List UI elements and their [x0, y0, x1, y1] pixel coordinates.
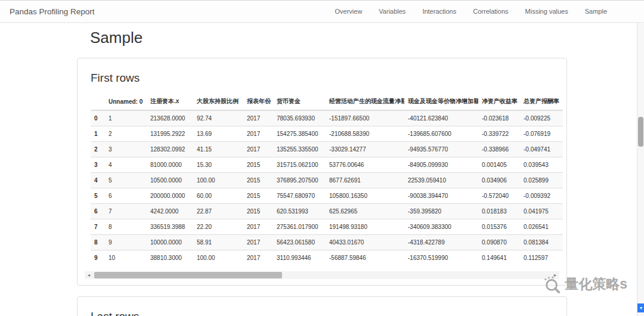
- table-cell: 2015: [243, 188, 273, 204]
- table-cell: 0: [559, 173, 563, 188]
- table-cell: 92.74: [193, 110, 243, 126]
- table-cell: 0.025899: [520, 173, 559, 188]
- table-row: 8910000.000058.91201756423.06158040433.0…: [91, 235, 563, 250]
- table-cell: -0.076919: [520, 126, 559, 142]
- row-index: 8: [91, 235, 105, 250]
- table-cell: 2017: [243, 142, 273, 157]
- vertical-scrollbar-thumb[interactable]: [638, 117, 643, 147]
- column-header: 报表年份: [243, 93, 273, 110]
- table-cell: 2015: [243, 173, 273, 188]
- navbar-brand[interactable]: Pandas Profiling Report: [10, 7, 95, 16]
- table-cell: 10: [105, 250, 147, 266]
- table-cell: 38810.3000: [147, 250, 193, 266]
- table-cell: 0: [559, 126, 563, 142]
- table-cell: -340609.383300: [404, 219, 478, 235]
- table-cell: 1: [105, 110, 147, 126]
- table-row: 91038810.3000100.0020173110.993446-56887…: [91, 250, 563, 266]
- table-row: 01213628.000092.74201778035.693930-15189…: [91, 110, 563, 126]
- table-cell: 22.87: [193, 204, 243, 219]
- first-rows-table: Unnamed: 0注册资本.x大股东持股比例报表年份货币资金经营活动产生的现金…: [91, 93, 563, 265]
- table-cell: 100.00: [193, 250, 243, 266]
- table-cell: -0.009225: [520, 110, 559, 126]
- horizontal-scrollbar-thumb[interactable]: [94, 272, 282, 278]
- scroll-down-icon[interactable]: ▼: [637, 303, 644, 312]
- table-cell: 41.15: [193, 142, 243, 157]
- table-cell: -56887.59846: [326, 250, 404, 266]
- horizontal-scrollbar-track[interactable]: [93, 271, 551, 279]
- nav-item-variables[interactable]: Variables: [370, 8, 414, 15]
- table-cell: 81000.0000: [147, 157, 193, 173]
- table-cell: 2017: [243, 250, 273, 266]
- nav-item-interactions[interactable]: Interactions: [414, 8, 465, 15]
- table-row: 12131995.292213.692017154275.385400-2106…: [91, 126, 563, 142]
- table-cell: 58.91: [193, 235, 243, 250]
- scroll-left-icon[interactable]: ◄: [85, 271, 93, 279]
- column-header: 净资产收益率: [478, 93, 520, 110]
- table-cell: 620.531993: [273, 204, 326, 219]
- table-cell: 40433.01670: [326, 235, 404, 250]
- table-cell: -0.049741: [520, 142, 559, 157]
- table-cell: 15.30: [193, 157, 243, 173]
- table-cell: -40121.623840: [404, 110, 478, 126]
- table-cell: 154275.385400: [273, 126, 326, 142]
- first-rows-card: First rows Unnamed: 0注册资本.x大股东持股比例报表年份货币…: [77, 58, 567, 286]
- table-cell: -16370.519990: [404, 250, 478, 266]
- row-index: 2: [91, 142, 105, 157]
- watermark-text: 量化策略s: [565, 275, 627, 293]
- table-cell: 0.081384: [520, 235, 559, 250]
- table-cell: 0.015376: [478, 219, 520, 235]
- table-cell: 0: [559, 157, 563, 173]
- nav-item-correlations[interactable]: Correlations: [465, 8, 516, 15]
- row-index: 7: [91, 219, 105, 235]
- nav-item-sample[interactable]: Sample: [577, 8, 615, 15]
- table-cell: 0.041975: [520, 204, 559, 219]
- page-title: Sample: [77, 29, 567, 47]
- table-cell: 8677.62691: [326, 173, 404, 188]
- column-header: 经营活动产生的现金流量净额: [326, 93, 404, 110]
- table-cell: 10000.0000: [147, 235, 193, 250]
- column-header: 资: [559, 93, 563, 110]
- table-cell: 13.69: [193, 126, 243, 142]
- table-cell: 2017: [243, 219, 273, 235]
- table-cell: 22.20: [193, 219, 243, 235]
- table-cell: 0.018183: [478, 204, 520, 219]
- table-cell: -94935.576770: [404, 142, 478, 157]
- table-cell: 6: [105, 188, 147, 204]
- column-header: 现金及现金等价物净增加额: [404, 93, 478, 110]
- nav-item-overview[interactable]: Overview: [326, 8, 370, 15]
- table-cell: 0.039543: [520, 157, 559, 173]
- table-cell: -84905.099930: [404, 157, 478, 173]
- table-cell: -0.339722: [478, 126, 520, 142]
- table-cell: 8: [105, 219, 147, 235]
- table-cell: 2: [105, 126, 147, 142]
- nav-item-missing-values[interactable]: Missing values: [517, 8, 577, 15]
- table-header-row: Unnamed: 0注册资本.x大股东持股比例报表年份货币资金经营活动产生的现金…: [91, 93, 563, 110]
- column-header: 货币资金: [273, 93, 326, 110]
- table-cell: 0: [559, 219, 563, 235]
- table-cell: 128302.0992: [147, 142, 193, 157]
- last-rows-title: Last rows: [91, 310, 561, 316]
- table-cell: -151897.66500: [326, 110, 404, 126]
- column-header: 注册资本.x: [147, 93, 193, 110]
- table-cell: 625.62965: [326, 204, 404, 219]
- row-index: 9: [91, 250, 105, 266]
- table-cell: 0.149641: [478, 250, 520, 266]
- table-cell: 135255.335500: [273, 142, 326, 157]
- vertical-scrollbar[interactable]: ▼: [637, 23, 644, 316]
- table-cell: 200000.0000: [147, 188, 193, 204]
- table-cell: 131995.2922: [147, 126, 193, 142]
- horizontal-scrollbar[interactable]: ◄ ►: [85, 271, 559, 279]
- sample-section: Sample First rows Unnamed: 0注册资本.x大股东持股比…: [77, 29, 567, 316]
- table-cell: 4242.0000: [147, 204, 193, 219]
- table-cell: 3110.993446: [273, 250, 326, 266]
- table-cell: 100.00: [193, 173, 243, 188]
- table-cell: 0.001405: [478, 157, 520, 173]
- row-index: 6: [91, 204, 105, 219]
- table-cell: 0: [559, 204, 563, 219]
- table-cell: 336519.3988: [147, 219, 193, 235]
- table-cell: -0.572040: [478, 188, 520, 204]
- scroll-right-icon[interactable]: ►: [551, 271, 559, 279]
- table-row: 78336519.398822.202017275361.01790019149…: [91, 219, 563, 235]
- first-rows-title: First rows: [91, 72, 561, 85]
- table-cell: 75547.680970: [273, 188, 326, 204]
